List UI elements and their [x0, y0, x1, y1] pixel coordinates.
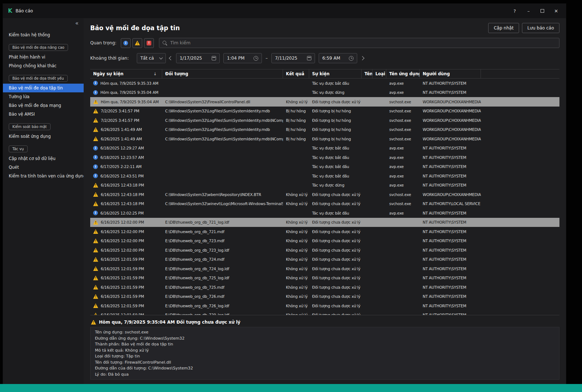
- sidebar-item[interactable]: Kiểm soát ứng dụng: [3, 132, 84, 141]
- table-row[interactable]: 6/16/2025 12:43:18 PMC:\Windows\System32…: [90, 199, 559, 209]
- sidebar-item[interactable]: Tường lửa: [3, 92, 84, 101]
- help-button[interactable]: ?: [509, 6, 521, 16]
- chevron-left-icon[interactable]: [169, 56, 173, 60]
- table-row[interactable]: Hôm qua, 7/9/2025 9:35:33 AMTác vụ được …: [90, 79, 559, 88]
- table-row[interactable]: 6/16/2025 12:01:59 PME:\DB\thueweb_org_d…: [90, 301, 559, 311]
- update-button[interactable]: Cập nhật: [488, 23, 519, 33]
- sidebar-section-badge: Kiểm soát bảo mật: [9, 123, 51, 130]
- event-date: 6/16/2025 12:02:00 PM: [101, 229, 144, 234]
- main-panel: Bảo vệ mối đe dọa tập tin Cập nhật Lưu b…: [84, 18, 566, 384]
- table-row[interactable]: 6/16/2025 12:01:59 PME:\DB\thueweb_org_d…: [90, 283, 559, 292]
- sidebar-item[interactable]: Kiểm toán hệ thống: [3, 31, 84, 39]
- event-user: WORKGROUP\CHOIXANHMEDIA$: [420, 190, 481, 199]
- event-object: E:\DB\thueweb_org_db_721.mdf: [162, 227, 283, 236]
- event-date: 6/16/2025 12:02:25 PM: [100, 211, 144, 215]
- table-row[interactable]: 6/18/2025 12:23:57 AMTác vụ được bắt đầu…: [90, 153, 559, 162]
- event-object: E:\DB\thueweb_org_db_726.mdf: [162, 292, 283, 301]
- sidebar-item[interactable]: Bảo vệ mối đe dọa tập tin: [3, 84, 84, 92]
- event-user: NT AUTHORITY\SYSTEM: [420, 153, 481, 162]
- filter-warning-button[interactable]: [132, 38, 142, 48]
- sidebar-section-badge: Bảo vệ mối đe dọa thiết yếu: [9, 75, 68, 82]
- table-row[interactable]: 6/26/2025 1:41:49 AMC:\Windows\System32\…: [90, 125, 559, 135]
- sidebar-item[interactable]: Phòng chống khai thác: [3, 61, 84, 70]
- table-row[interactable]: 6/16/2025 12:02:25 PMTác vụ được bắt đầu…: [90, 208, 559, 218]
- event-filler: [481, 283, 559, 292]
- sidebar-item[interactable]: Quét: [3, 163, 84, 172]
- close-button[interactable]: ✕: [550, 6, 562, 16]
- table-row[interactable]: 6/16/2025 12:01:59 PME:\DB\thueweb_org_d…: [90, 273, 559, 283]
- event-ten: [362, 227, 372, 236]
- table-row[interactable]: 6/16/2025 12:01:59 PME:\DB\thueweb_org_d…: [90, 311, 559, 315]
- minimize-button[interactable]: –: [522, 6, 535, 16]
- date-to-field[interactable]: 7/11/2025: [271, 53, 315, 63]
- table-row[interactable]: 6/16/2025 12:01:59 PME:\DB\thueweb_org_d…: [90, 255, 559, 264]
- sort-descending-icon: ↓: [154, 72, 157, 76]
- event-result: Không xử lý: [283, 292, 309, 301]
- warning-icon: [91, 320, 96, 325]
- table-row[interactable]: 6/16/2025 12:43:18 PMTác vụ được dừngavp…: [90, 181, 559, 190]
- event-name: Đối tượng chưa được xử lý: [309, 227, 362, 236]
- event-result: Bị hư hỏng: [283, 134, 309, 144]
- column-header-result[interactable]: Kết quả: [283, 69, 309, 78]
- table-row[interactable]: 6/16/2025 12:43:18 PMC:\Windows\System32…: [90, 190, 559, 199]
- column-header-event[interactable]: Sự kiện: [309, 69, 362, 78]
- date-from-field[interactable]: 1/17/2025: [176, 53, 220, 63]
- event-object: [162, 153, 283, 162]
- search-input[interactable]: [159, 38, 559, 48]
- filter-info-button[interactable]: [121, 38, 131, 48]
- table-row[interactable]: 6/16/2025 12:02:00 PME:\DB\thueweb_org_d…: [90, 227, 559, 236]
- event-type: [372, 264, 386, 273]
- event-result: Không xử lý: [283, 301, 309, 311]
- warning-icon: [93, 201, 98, 206]
- table-row[interactable]: 6/16/2025 12:43:51 PMTác vụ được bắt đầu…: [90, 171, 559, 181]
- maximize-button[interactable]: [536, 6, 549, 16]
- event-ten: [362, 144, 372, 153]
- save-report-button[interactable]: Lưu báo cáo: [522, 23, 559, 33]
- event-name: Đối tượng chưa được xử lý: [309, 301, 362, 311]
- sidebar-item[interactable]: Kiểm tra tính toàn vẹn của ứng dụng: [3, 172, 84, 180]
- sidebar-section: Kiểm soát bảo mật: [9, 123, 78, 130]
- column-header-app[interactable]: Tên ứng dụng: [386, 69, 420, 78]
- range-select[interactable]: Tất cả: [137, 53, 166, 63]
- sidebar-collapse-button[interactable]: «: [3, 20, 84, 27]
- sidebar-item[interactable]: Bảo vệ mối đe dọa mạng: [3, 101, 84, 110]
- table-row[interactable]: 6/16/2025 12:02:00 PME:\DB\thueweb_org_d…: [90, 236, 559, 246]
- table-row[interactable]: Hôm qua, 7/9/2025 9:35:04 AMC:\Windows\S…: [90, 97, 559, 107]
- importance-label: Quan trọng:: [90, 40, 116, 45]
- event-object: [162, 181, 283, 190]
- event-result: Không xử lý: [283, 245, 309, 255]
- event-user: WORKGROUP\CHOIXANHMEDIA$: [420, 116, 481, 125]
- table-row[interactable]: 7/2/2025 3:41:57 PMC:\Windows\System32\L…: [90, 116, 559, 125]
- event-object: E:\DB\thueweb_org_db_723_log.ldf: [162, 245, 283, 255]
- table-row[interactable]: 6/18/2025 12:29:27 AMTác vụ được bắt đầu…: [90, 144, 559, 153]
- event-name: Đối tượng chưa được xử lý: [309, 245, 362, 255]
- table-row[interactable]: 6/16/2025 12:02:00 PME:\DB\thueweb_org_d…: [90, 218, 559, 227]
- event-ten: [362, 292, 372, 301]
- time-from-field[interactable]: 1:04 PM: [223, 53, 262, 63]
- details-box[interactable]: Tên ứng dụng: svchost.exeĐường dẫn ứng d…: [90, 327, 559, 380]
- table-row[interactable]: 6/16/2025 12:01:59 PME:\DB\thueweb_org_d…: [90, 264, 559, 273]
- sidebar-item[interactable]: Phát hiện hành vi: [3, 53, 84, 61]
- table-row[interactable]: 7/2/2025 3:41:57 PMC:\Windows\System32\L…: [90, 107, 559, 116]
- time-range-label: Khoảng thời gian:: [90, 56, 129, 61]
- column-header-name[interactable]: Tên: [362, 69, 372, 78]
- column-header-date[interactable]: Ngày sự kiện ↓: [90, 69, 162, 78]
- event-ten: [362, 79, 372, 88]
- column-header-object[interactable]: Đối tượng: [162, 69, 283, 78]
- event-date-cell: 6/16/2025 12:01:59 PM: [90, 292, 162, 301]
- chevron-right-icon[interactable]: [360, 56, 364, 60]
- table-row[interactable]: 6/16/2025 12:01:59 PME:\DB\thueweb_org_d…: [90, 292, 559, 301]
- column-header-type[interactable]: Loại: [372, 69, 386, 78]
- table-row[interactable]: Hôm qua, 7/9/2025 9:35:04 AMTác vụ được …: [90, 88, 559, 97]
- filter-critical-button[interactable]: [144, 38, 154, 48]
- time-to-field[interactable]: 6:59 AM: [319, 53, 357, 63]
- event-user: NT AUTHORITY\SYSTEM: [420, 245, 481, 255]
- event-date: 6/16/2025 12:43:18 PM: [101, 201, 144, 206]
- column-header-user[interactable]: Người dùng: [420, 69, 481, 78]
- sidebar-item[interactable]: Cập nhật cơ sở dữ liệu: [3, 154, 84, 163]
- table-row[interactable]: 6/26/2025 1:41:49 AMC:\Windows\System32\…: [90, 134, 559, 144]
- event-ten: [362, 255, 372, 264]
- table-row[interactable]: 6/17/2025 2:22:11 AMTác vụ được bắt đầua…: [90, 162, 559, 172]
- sidebar-item[interactable]: Bảo vệ AMSI: [3, 110, 84, 119]
- table-row[interactable]: 6/16/2025 12:02:00 PME:\DB\thueweb_org_d…: [90, 245, 559, 255]
